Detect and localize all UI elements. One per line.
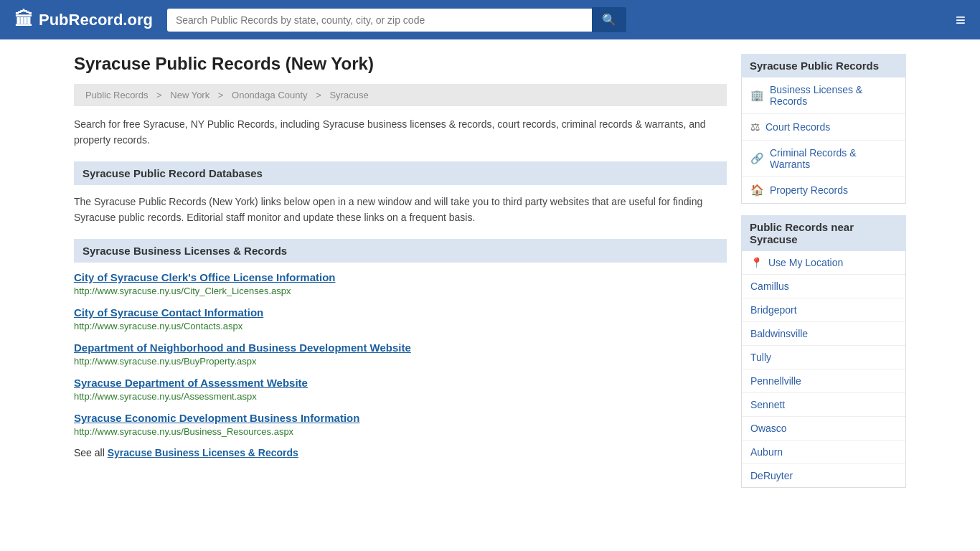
sidebar-nearby-label-5: Pennellville [750,375,801,387]
sidebar-nearby-label-1: Camillus [750,281,789,292]
sidebar-nearby-label-0: Use My Location [768,257,843,268]
sidebar-record-icon-2: 🔗 [750,152,764,165]
content-area: Syracuse Public Records (New York) Publi… [60,39,920,502]
sidebar-nearby-item-4[interactable]: Tully [742,346,905,369]
db-section-header: Syracuse Public Record Databases [74,161,727,185]
business-section-header: Syracuse Business Licenses & Records [74,239,727,263]
header: 🏛 PubRecord.org 🔍 ≡ [0,0,980,39]
sidebar-record-item-0[interactable]: 🏢Business Licenses & Records [742,77,905,114]
db-description: The Syracuse Public Records (New York) l… [74,194,727,226]
sidebar-record-item-2[interactable]: 🔗Criminal Records & Warrants [742,141,905,177]
logo-text: PubRecord.org [39,11,153,29]
hamburger-button[interactable]: ≡ [956,10,966,30]
sidebar: Syracuse Public Records 🏢Business Licens… [741,54,906,488]
breadcrumb-syracuse: Syracuse [329,90,368,100]
sidebar-records-title: Syracuse Public Records [741,54,906,77]
sidebar-record-item-1[interactable]: ⚖Court Records [742,114,905,141]
business-url-4: http://www.syracuse.ny.us/Business_Resou… [74,426,727,437]
breadcrumb: Public Records > New York > Onondaga Cou… [74,84,727,106]
sidebar-record-label-3: Property Records [770,184,848,196]
search-icon: 🔍 [602,14,616,26]
page-title: Syracuse Public Records (New York) [74,54,727,74]
breadcrumb-onondaga[interactable]: Onondaga County [232,90,308,100]
location-pin-icon: 📍 [750,257,763,268]
sidebar-nearby-label-3: Baldwinsville [750,328,808,339]
search-bar-container: 🔍 [167,7,626,32]
sidebar-record-icon-0: 🏢 [750,89,764,102]
logo[interactable]: 🏛 PubRecord.org [14,9,153,31]
sidebar-nearby-label-9: DeRuyter [750,470,793,481]
business-url-0: http://www.syracuse.ny.us/City_Clerk_Lic… [74,286,727,296]
sidebar-nearby-item-5[interactable]: Pennellville [742,369,905,393]
business-url-1: http://www.syracuse.ny.us/Contacts.aspx [74,321,727,331]
business-link-0[interactable]: City of Syracuse Clerk's Office License … [74,271,727,283]
breadcrumb-public-records[interactable]: Public Records [85,90,148,100]
sidebar-records-list: 🏢Business Licenses & Records⚖Court Recor… [741,77,906,204]
description-text: Search for free Syracuse, NY Public Reco… [74,116,727,149]
sidebar-nearby-item-6[interactable]: Sennett [742,393,905,417]
sidebar-record-icon-3: 🏠 [750,184,764,197]
sidebar-nearby-list: 📍Use My LocationCamillusBridgeportBaldwi… [741,251,906,488]
sidebar-nearby-title: Public Records near Syracuse [741,215,906,251]
breadcrumb-new-york[interactable]: New York [170,90,209,100]
sidebar-nearby-label-7: Owasco [750,423,787,434]
business-link-4[interactable]: Syracuse Economic Development Business I… [74,412,727,424]
sidebar-nearby-item-0[interactable]: 📍Use My Location [742,251,905,275]
breadcrumb-sep-2: > [218,90,226,100]
sidebar-record-label-1: Court Records [765,121,830,133]
sidebar-nearby-item-8[interactable]: Auburn [742,441,905,464]
business-links: City of Syracuse Clerk's Office License … [74,271,727,437]
business-url-3: http://www.syracuse.ny.us/Assessment.asp… [74,391,727,402]
sidebar-nearby-item-1[interactable]: Camillus [742,275,905,298]
business-link-1[interactable]: City of Syracuse Contact Information [74,306,727,319]
business-link-2[interactable]: Department of Neighborhood and Business … [74,342,727,354]
search-button[interactable]: 🔍 [592,7,626,32]
business-url-2: http://www.syracuse.ny.us/BuyProperty.as… [74,356,727,367]
sidebar-nearby-label-2: Bridgeport [750,304,797,316]
see-all-text: See all [74,447,108,458]
sidebar-record-label-2: Criminal Records & Warrants [770,147,897,170]
breadcrumb-sep-1: > [156,90,164,100]
business-link-3[interactable]: Syracuse Department of Assessment Websit… [74,377,727,389]
logo-icon: 🏛 [14,9,33,31]
main-column: Syracuse Public Records (New York) Publi… [74,54,727,488]
sidebar-record-item-3[interactable]: 🏠Property Records [742,177,905,203]
sidebar-nearby-label-4: Tully [750,352,771,363]
sidebar-nearby-item-3[interactable]: Baldwinsville [742,322,905,346]
search-input[interactable] [167,9,592,32]
see-all: See all Syracuse Business Licenses & Rec… [74,447,727,458]
sidebar-record-icon-1: ⚖ [750,121,760,133]
sidebar-nearby-label-8: Auburn [750,446,783,458]
sidebar-nearby-item-7[interactable]: Owasco [742,417,905,441]
breadcrumb-sep-3: > [316,90,324,100]
sidebar-nearby-item-9[interactable]: DeRuyter [742,464,905,487]
sidebar-nearby-item-2[interactable]: Bridgeport [742,298,905,322]
see-all-link[interactable]: Syracuse Business Licenses & Records [108,447,298,458]
sidebar-nearby-label-6: Sennett [750,399,785,410]
sidebar-record-label-0: Business Licenses & Records [770,84,897,107]
